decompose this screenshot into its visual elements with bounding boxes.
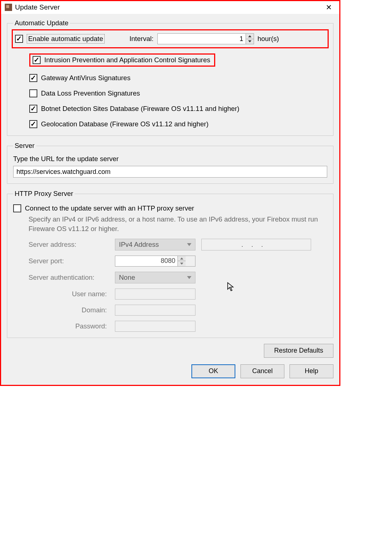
proxy-connect-checkbox[interactable] — [13, 204, 21, 212]
update-server-window: Update Server ✕ Automatic Update Enable … — [0, 0, 340, 386]
proxy-password-input[interactable] — [115, 321, 195, 332]
app-icon — [5, 4, 12, 11]
proxy-legend: HTTP Proxy Server — [13, 190, 75, 198]
server-url-input[interactable] — [13, 166, 327, 178]
proxy-help-text: Specify an IPv4 or IPv6 address, or a ho… — [29, 215, 327, 234]
proxy-port-spinner[interactable] — [115, 256, 195, 267]
chevron-down-icon — [187, 243, 191, 246]
automatic-update-group: Automatic Update Enable automatic update… — [7, 19, 333, 136]
option-gav-checkbox[interactable] — [29, 74, 37, 82]
proxy-auth-value: None — [119, 274, 135, 282]
server-prompt: Type the URL for the update server — [13, 155, 327, 163]
ok-button[interactable]: OK — [191, 364, 235, 378]
option-geo-label[interactable]: Geolocation Database (Fireware OS v11.12… — [41, 120, 209, 128]
dialog-button-bar: OK Cancel Help — [7, 364, 333, 378]
svg-marker-1 — [248, 41, 251, 42]
automatic-update-legend: Automatic Update — [13, 19, 70, 27]
option-dlp-checkbox[interactable] — [29, 89, 37, 97]
proxy-domain-input[interactable] — [115, 305, 195, 316]
signature-options-list: Intrusion Prevention and Application Con… — [29, 52, 327, 130]
proxy-auth-combo[interactable]: None — [115, 272, 195, 283]
proxy-connect-label[interactable]: Connect to the update server with an HTT… — [25, 204, 194, 212]
server-legend: Server — [13, 142, 36, 150]
proxy-addr-label: Server address: — [29, 241, 109, 249]
enable-auto-label[interactable]: Enable automatic update — [27, 34, 105, 44]
interval-down-icon[interactable] — [246, 39, 254, 44]
option-ips-checkbox[interactable] — [33, 56, 41, 64]
server-group: Server Type the URL for the update serve… — [7, 142, 333, 184]
svg-marker-5 — [187, 276, 191, 279]
svg-marker-0 — [248, 35, 251, 37]
option-botnet-label[interactable]: Botnet Detection Sites Database (Firewar… — [41, 105, 239, 113]
option-geo-checkbox[interactable] — [29, 120, 37, 128]
enable-auto-checkbox[interactable] — [15, 35, 23, 43]
proxy-addr-type-combo[interactable]: IPv4 Address — [115, 239, 195, 250]
window-title: Update Server — [15, 3, 319, 11]
enable-auto-highlight: Enable automatic update Interval: hour(s… — [12, 29, 329, 48]
interval-unit: hour(s) — [258, 35, 279, 43]
proxy-port-input[interactable] — [115, 256, 178, 266]
proxy-ip-input[interactable]: ... — [201, 239, 311, 250]
proxy-port-down-icon[interactable] — [178, 261, 186, 266]
restore-defaults-button[interactable]: Restore Defaults — [264, 344, 333, 358]
proxy-addr-type-value: IPv4 Address — [119, 241, 159, 249]
svg-marker-4 — [180, 263, 183, 264]
option-dlp-label[interactable]: Data Loss Prevention Signatures — [41, 89, 140, 97]
option-botnet-checkbox[interactable] — [29, 105, 37, 113]
proxy-domain-label: Domain: — [29, 306, 109, 314]
option-gav-label[interactable]: Gateway AntiVirus Signatures — [41, 74, 130, 82]
proxy-group: HTTP Proxy Server Connect to the update … — [7, 190, 333, 338]
proxy-auth-label: Server authentication: — [29, 274, 109, 282]
interval-up-icon[interactable] — [246, 34, 254, 39]
proxy-user-input[interactable] — [115, 289, 195, 300]
dialog-body: Automatic Update Enable automatic update… — [1, 14, 339, 385]
svg-marker-3 — [180, 257, 183, 259]
proxy-password-label: Password: — [29, 322, 109, 330]
interval-label: Interval: — [130, 35, 154, 43]
svg-marker-2 — [187, 243, 191, 246]
help-button[interactable]: Help — [290, 364, 333, 378]
proxy-form: Server address: IPv4 Address ... Server … — [29, 239, 327, 332]
proxy-user-label: User name: — [29, 290, 109, 298]
cancel-button[interactable]: Cancel — [240, 364, 284, 378]
interval-input[interactable] — [158, 34, 246, 44]
proxy-port-label: Server port: — [29, 257, 109, 265]
option-ips-label[interactable]: Intrusion Prevention and Application Con… — [44, 56, 210, 64]
chevron-down-icon — [187, 276, 191, 279]
close-icon[interactable]: ✕ — [322, 4, 336, 11]
titlebar: Update Server ✕ — [1, 1, 339, 14]
proxy-port-up-icon[interactable] — [178, 256, 186, 261]
option-ips-highlight: Intrusion Prevention and Application Con… — [29, 53, 215, 67]
interval-spinner[interactable] — [157, 33, 254, 44]
